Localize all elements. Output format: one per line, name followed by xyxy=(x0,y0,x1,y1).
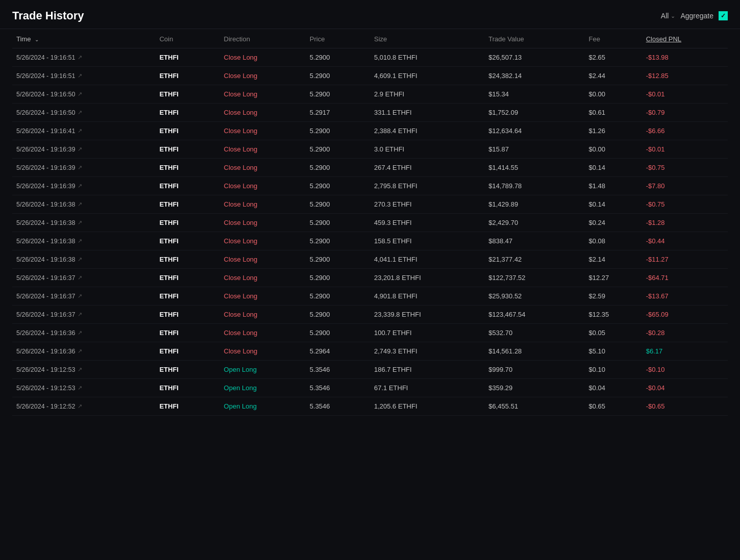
fee-cell: $1.26 xyxy=(585,122,642,140)
time-cell: 5/26/2024 - 19:16:51 ↗ xyxy=(12,48,155,67)
time-value: 5/26/2024 - 19:16:37 xyxy=(16,293,75,300)
price-cell: 5.2900 xyxy=(306,159,370,177)
table-row: 5/26/2024 - 19:16:51 ↗ ETHFIClose Long5.… xyxy=(12,67,728,85)
coin-cell: ETHFI xyxy=(155,195,219,214)
table-row: 5/26/2024 - 19:12:52 ↗ ETHFIOpen Long5.3… xyxy=(12,397,728,416)
coin-cell: ETHFI xyxy=(155,67,219,85)
trade-value-cell: $6,455.51 xyxy=(484,397,584,416)
direction-cell: Close Long xyxy=(220,122,306,140)
fee-cell: $0.00 xyxy=(585,85,642,104)
main-container: Trade History All ⌄ Aggregate ✓ Time ⌄ C… xyxy=(0,0,740,416)
table-row: 5/26/2024 - 19:16:41 ↗ ETHFIClose Long5.… xyxy=(12,122,728,140)
time-cell: 5/26/2024 - 19:12:52 ↗ xyxy=(12,397,155,416)
col-header-price[interactable]: Price xyxy=(306,29,370,48)
external-link-icon[interactable]: ↗ xyxy=(78,164,82,171)
time-value: 5/26/2024 - 19:16:39 xyxy=(16,183,75,190)
direction-cell: Close Long xyxy=(220,177,306,195)
size-cell: 2,388.4 ETHFI xyxy=(370,122,484,140)
coin-cell: ETHFI xyxy=(155,287,219,306)
col-header-coin[interactable]: Coin xyxy=(155,29,219,48)
col-header-size[interactable]: Size xyxy=(370,29,484,48)
external-link-icon[interactable]: ↗ xyxy=(78,54,82,61)
external-link-icon[interactable]: ↗ xyxy=(78,403,82,410)
external-link-icon[interactable]: ↗ xyxy=(78,329,82,336)
trade-history-table: Time ⌄ Coin Direction Price Size Trade V… xyxy=(12,29,728,416)
filter-dropdown[interactable]: All ⌄ xyxy=(661,12,676,20)
col-header-time[interactable]: Time ⌄ xyxy=(12,29,155,48)
trade-value-cell: $532.70 xyxy=(484,324,584,342)
time-cell: 5/26/2024 - 19:16:39 ↗ xyxy=(12,159,155,177)
fee-cell: $0.24 xyxy=(585,214,642,232)
fee-cell: $0.14 xyxy=(585,195,642,214)
fee-cell: $2.65 xyxy=(585,48,642,67)
table-row: 5/26/2024 - 19:16:37 ↗ ETHFIClose Long5.… xyxy=(12,306,728,324)
coin-cell: ETHFI xyxy=(155,250,219,269)
size-cell: 459.3 ETHFI xyxy=(370,214,484,232)
fee-cell: $0.61 xyxy=(585,104,642,122)
external-link-icon[interactable]: ↗ xyxy=(78,348,82,354)
external-link-icon[interactable]: ↗ xyxy=(78,183,82,189)
pnl-cell: -$64.71 xyxy=(642,269,728,287)
fee-cell: $12.35 xyxy=(585,306,642,324)
external-link-icon[interactable]: ↗ xyxy=(78,219,82,226)
price-cell: 5.3546 xyxy=(306,361,370,379)
direction-cell: Close Long xyxy=(220,342,306,361)
time-value: 5/26/2024 - 19:16:50 xyxy=(16,91,75,98)
time-value: 5/26/2024 - 19:16:41 xyxy=(16,128,75,135)
aggregate-toggle[interactable]: ✓ xyxy=(719,11,728,20)
trade-value-cell: $26,507.13 xyxy=(484,48,584,67)
table-row: 5/26/2024 - 19:16:50 ↗ ETHFIClose Long5.… xyxy=(12,85,728,104)
external-link-icon[interactable]: ↗ xyxy=(78,146,82,152)
direction-cell: Close Long xyxy=(220,324,306,342)
external-link-icon[interactable]: ↗ xyxy=(78,201,82,208)
external-link-icon[interactable]: ↗ xyxy=(78,385,82,391)
external-link-icon[interactable]: ↗ xyxy=(78,128,82,134)
direction-cell: Open Long xyxy=(220,379,306,397)
table-row: 5/26/2024 - 19:16:36 ↗ ETHFIClose Long5.… xyxy=(12,324,728,342)
col-header-direction[interactable]: Direction xyxy=(220,29,306,48)
table-row: 5/26/2024 - 19:16:39 ↗ ETHFIClose Long5.… xyxy=(12,177,728,195)
time-value: 5/26/2024 - 19:16:38 xyxy=(16,201,75,208)
pnl-cell: -$65.09 xyxy=(642,306,728,324)
direction-cell: Close Long xyxy=(220,306,306,324)
table-row: 5/26/2024 - 19:16:38 ↗ ETHFIClose Long5.… xyxy=(12,232,728,250)
time-cell: 5/26/2024 - 19:16:38 ↗ xyxy=(12,214,155,232)
price-cell: 5.2900 xyxy=(306,195,370,214)
time-value: 5/26/2024 - 19:16:36 xyxy=(16,329,75,337)
external-link-icon[interactable]: ↗ xyxy=(78,293,82,299)
col-header-trade-value[interactable]: Trade Value xyxy=(484,29,584,48)
external-link-icon[interactable]: ↗ xyxy=(78,238,82,244)
col-header-fee[interactable]: Fee xyxy=(585,29,642,48)
external-link-icon[interactable]: ↗ xyxy=(78,256,82,263)
coin-cell: ETHFI xyxy=(155,85,219,104)
external-link-icon[interactable]: ↗ xyxy=(78,274,82,281)
fee-cell: $0.14 xyxy=(585,159,642,177)
trade-value-cell: $1,414.55 xyxy=(484,159,584,177)
size-cell: 2,795.8 ETHFI xyxy=(370,177,484,195)
fee-cell: $2.14 xyxy=(585,250,642,269)
coin-cell: ETHFI xyxy=(155,269,219,287)
external-link-icon[interactable]: ↗ xyxy=(78,109,82,116)
external-link-icon[interactable]: ↗ xyxy=(78,366,82,373)
price-cell: 5.2900 xyxy=(306,250,370,269)
size-cell: 186.7 ETHFI xyxy=(370,361,484,379)
trade-value-cell: $15.34 xyxy=(484,85,584,104)
time-cell: 5/26/2024 - 19:12:53 ↗ xyxy=(12,361,155,379)
header: Trade History All ⌄ Aggregate ✓ xyxy=(0,0,740,29)
fee-cell: $5.10 xyxy=(585,342,642,361)
direction-cell: Close Long xyxy=(220,159,306,177)
col-header-closed-pnl[interactable]: Closed PNL xyxy=(642,29,728,48)
time-value: 5/26/2024 - 19:16:51 xyxy=(16,54,75,61)
size-cell: 267.4 ETHFI xyxy=(370,159,484,177)
table-row: 5/26/2024 - 19:16:38 ↗ ETHFIClose Long5.… xyxy=(12,250,728,269)
trade-value-cell: $12,634.64 xyxy=(484,122,584,140)
external-link-icon[interactable]: ↗ xyxy=(78,91,82,97)
trade-value-cell: $24,382.14 xyxy=(484,67,584,85)
table-row: 5/26/2024 - 19:16:39 ↗ ETHFIClose Long5.… xyxy=(12,159,728,177)
table-row: 5/26/2024 - 19:12:53 ↗ ETHFIOpen Long5.3… xyxy=(12,361,728,379)
coin-cell: ETHFI xyxy=(155,232,219,250)
external-link-icon[interactable]: ↗ xyxy=(78,311,82,318)
size-cell: 100.7 ETHFI xyxy=(370,324,484,342)
external-link-icon[interactable]: ↗ xyxy=(78,72,82,79)
direction-cell: Close Long xyxy=(220,269,306,287)
